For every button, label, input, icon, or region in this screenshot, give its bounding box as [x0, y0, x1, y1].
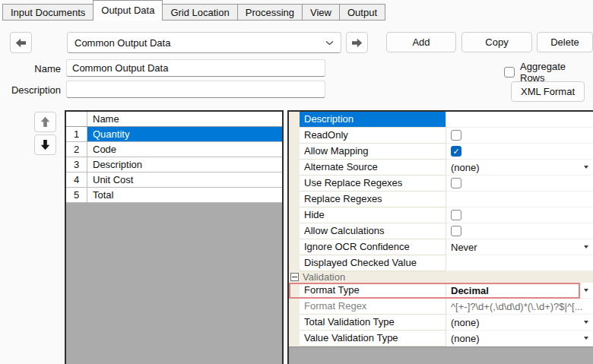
description-field[interactable] [66, 81, 325, 98]
property-label[interactable]: Alternate Source [300, 160, 446, 176]
row-name: Code [87, 142, 282, 157]
property-category-validation: Validation [289, 271, 593, 283]
row-name: Quantity [87, 127, 282, 141]
property-row-replace-regexes: Replace Regexes [289, 191, 593, 207]
property-value[interactable] [446, 207, 593, 223]
add-button[interactable]: Add [386, 32, 456, 52]
property-value[interactable] [446, 176, 593, 191]
previous-dataset-button[interactable] [10, 32, 32, 53]
table-empty-area [66, 203, 282, 364]
property-row-total-validation-type: Total Validation Type(none) [289, 315, 593, 331]
tab-grid-location[interactable]: Grid Location [162, 4, 237, 21]
dataset-select-value: Common Output Data [75, 37, 325, 49]
move-down-icon [40, 139, 50, 150]
property-label[interactable]: Allow Mapping [300, 144, 446, 160]
tab-output-data[interactable]: Output Data [93, 0, 163, 21]
property-gutter [289, 331, 300, 347]
table-row[interactable]: 3Description [66, 157, 282, 173]
property-gutter [289, 128, 300, 144]
property-row-use-replace-regexes: Use Replace Regexes [289, 176, 593, 191]
tab-view[interactable]: View [302, 4, 340, 21]
table-row[interactable]: 2Code [66, 142, 282, 157]
property-gutter [289, 315, 300, 331]
property-gutter [289, 255, 300, 271]
property-label[interactable]: Format Regex [300, 299, 446, 315]
property-value[interactable]: (none) [446, 160, 593, 176]
property-value[interactable]: (none) [446, 315, 593, 331]
property-value[interactable] [446, 223, 593, 239]
move-up-icon [40, 116, 50, 128]
property-checkbox[interactable] [451, 210, 461, 220]
dropdown-arrow-icon[interactable] [584, 321, 588, 324]
property-label[interactable]: Value Validation Type [300, 331, 446, 347]
xml-format-button-label: XML Format [521, 86, 575, 97]
property-row-hide: Hide [289, 207, 593, 223]
property-label[interactable]: Hide [300, 207, 446, 223]
aggregate-rows-checkbox-row: Aggregate Rows [504, 61, 593, 84]
property-label[interactable]: Format Type [300, 283, 446, 299]
table-row[interactable]: 4Unit Cost [66, 173, 282, 188]
property-gutter [289, 207, 300, 223]
property-label[interactable]: Use Replace Regexes [300, 176, 446, 191]
property-value-text: (none) [451, 333, 480, 344]
dropdown-arrow-icon[interactable] [584, 245, 588, 248]
tab-processing[interactable]: Processing [237, 4, 303, 21]
property-value[interactable] [446, 255, 593, 271]
property-row-description: Description [289, 112, 593, 128]
app-window: Input DocumentsOutput DataGrid LocationP… [0, 0, 593, 364]
property-checkbox[interactable] [451, 130, 461, 141]
property-checkbox[interactable] [451, 226, 461, 236]
row-number: 4 [66, 173, 87, 187]
property-label[interactable]: Ignore OCR Confidence [300, 239, 446, 255]
name-field[interactable]: Common Output Data [66, 59, 325, 77]
property-row-ignore-ocr-confidence: Ignore OCR ConfidenceNever [289, 239, 593, 255]
dropdown-arrow-icon[interactable] [584, 166, 588, 169]
dropdown-arrow-icon[interactable] [584, 289, 588, 292]
property-value-text: ^[+-]?\d+(,\d\d\d)*(\.\d+)?$|^[... [451, 301, 582, 312]
next-dataset-button[interactable] [346, 32, 368, 53]
row-number: 1 [66, 127, 87, 141]
property-gutter [289, 223, 300, 239]
tab-output[interactable]: Output [339, 4, 385, 21]
aggregate-rows-label: Aggregate Rows [520, 61, 593, 84]
property-value[interactable]: (none) [446, 331, 593, 347]
property-label[interactable]: Total Validation Type [300, 315, 446, 331]
xml-format-button[interactable]: XML Format [511, 81, 585, 102]
property-value[interactable] [446, 191, 593, 207]
chevron-down-icon [325, 40, 334, 46]
property-label[interactable]: Description [300, 112, 446, 128]
name-column-header: Name [87, 112, 282, 126]
property-value[interactable]: Never [446, 239, 593, 255]
property-value[interactable] [446, 128, 593, 144]
property-label[interactable]: Replace Regexes [300, 191, 446, 207]
property-label[interactable]: ReadOnly [300, 128, 446, 144]
property-row-alternate-source: Alternate Source(none) [289, 160, 593, 176]
aggregate-rows-checkbox[interactable] [504, 67, 515, 78]
property-gutter [289, 283, 300, 299]
dropdown-arrow-icon[interactable] [584, 337, 588, 340]
row-number: 5 [66, 188, 87, 202]
collapse-icon[interactable] [290, 273, 299, 281]
copy-button[interactable]: Copy [461, 32, 532, 52]
category-label: Validation [301, 271, 345, 283]
table-row[interactable]: 1Quantity [66, 127, 282, 142]
property-gutter [289, 299, 300, 315]
property-value[interactable]: ^[+-]?\d+(,\d\d\d)*(\.\d+)?$|^[... [446, 299, 593, 315]
property-label[interactable]: Displayed Checked Value [300, 255, 446, 271]
property-label[interactable]: Allow Calculations [300, 223, 446, 239]
property-value[interactable] [446, 112, 593, 128]
property-checkbox[interactable]: ✓ [451, 146, 461, 157]
property-value-text: Decimal [451, 285, 489, 296]
property-checkbox[interactable] [451, 178, 461, 188]
dataset-select[interactable]: Common Output Data [67, 32, 341, 53]
property-value[interactable]: ✓ [446, 144, 593, 160]
table-row[interactable]: 5Total [66, 188, 282, 203]
move-down-button[interactable] [34, 135, 56, 155]
check-icon: ✓ [452, 147, 459, 156]
table-header-row: Name [66, 112, 282, 127]
property-value[interactable]: Decimal [446, 283, 593, 299]
output-fields-table: Name 1Quantity2Code3Description4Unit Cos… [65, 110, 284, 364]
tab-input-documents[interactable]: Input Documents [2, 4, 94, 21]
delete-button[interactable]: Delete [537, 32, 593, 52]
move-up-button[interactable] [34, 112, 56, 132]
